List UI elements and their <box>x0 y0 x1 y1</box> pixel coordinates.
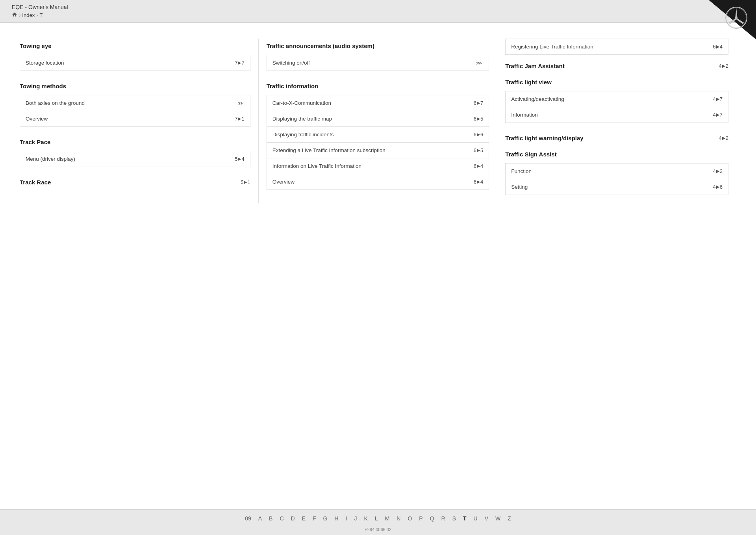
alpha-S[interactable]: S <box>452 515 456 522</box>
entry-traffic-incidents[interactable]: Displaying traffic incidents 6▶6 <box>267 127 489 143</box>
entry-overview-traffic-page: 6▶4 <box>474 179 483 185</box>
alpha-I[interactable]: I <box>346 515 347 522</box>
footer-code: F294 0066 02 <box>0 527 756 535</box>
entry-storage-location-page: 7▶7 <box>235 60 244 66</box>
section-traffic-announcements: Traffic announcements (audio system) <box>267 39 489 53</box>
entry-switching-onoff[interactable]: Switching on/off ⋙ <box>267 55 489 71</box>
section-towing-methods: Towing methods <box>20 79 250 93</box>
entry-extending-subscription[interactable]: Extending a Live Traffic Information sub… <box>267 143 489 158</box>
entry-traffic-map-page: 6▶5 <box>474 116 483 122</box>
alpha-V[interactable]: V <box>485 515 488 522</box>
alpha-H[interactable]: H <box>334 515 338 522</box>
breadcrumb-sep2: › <box>36 12 38 18</box>
entry-switching-onoff-text: Switching on/off <box>272 60 476 66</box>
manual-title: EQE - Owner's Manual <box>12 4 68 10</box>
entry-both-axles-text: Both axles on the ground <box>26 100 237 106</box>
entry-both-axles-page: ⋙ <box>237 101 245 106</box>
alpha-L[interactable]: L <box>375 515 378 522</box>
alpha-W[interactable]: W <box>495 515 500 522</box>
entry-registering-live-traffic-text: Registering Live Traffic Information <box>511 44 713 50</box>
alpha-G[interactable]: G <box>323 515 328 522</box>
column-1: Towing eye Storage location 7▶7 Towing m… <box>20 39 259 203</box>
entry-registering-live-traffic[interactable]: Registering Live Traffic Information 6▶4 <box>506 39 728 54</box>
alpha-F[interactable]: F <box>313 515 316 522</box>
breadcrumb-index[interactable]: Index <box>22 12 35 18</box>
section-traffic-jam-assistant[interactable]: Traffic Jam Assistant 4▶2 <box>505 59 728 73</box>
alpha-B[interactable]: B <box>269 515 272 522</box>
entry-menu-driver-text: Menu (driver display) <box>26 156 235 162</box>
entry-storage-location[interactable]: Storage location 7▶7 <box>20 55 250 71</box>
entry-information[interactable]: Information 4▶7 <box>506 107 728 123</box>
alpha-J[interactable]: J <box>354 515 357 522</box>
entry-extending-subscription-text: Extending a Live Traffic Information sub… <box>272 147 474 153</box>
entry-traffic-map-text: Displaying the traffic map <box>272 116 474 122</box>
entry-overview-traffic[interactable]: Overview 6▶4 <box>267 174 489 189</box>
section-traffic-sign-assist: Traffic Sign Assist <box>505 147 728 162</box>
alpha-O[interactable]: O <box>408 515 412 522</box>
entry-car-to-x-page: 6▶7 <box>474 100 483 106</box>
entry-traffic-map[interactable]: Displaying the traffic map 6▶5 <box>267 111 489 127</box>
alpha-K[interactable]: K <box>364 515 367 522</box>
breadcrumb-letter[interactable]: T <box>40 12 43 18</box>
traffic-jam-assistant-page: 4▶2 <box>719 63 728 69</box>
entry-information-text: Information <box>511 112 713 118</box>
traffic-jam-assistant-header: Traffic Jam Assistant <box>505 63 564 69</box>
svg-point-5 <box>735 17 737 19</box>
traffic-information-entries: Car-to-X-Communication 6▶7 Displaying th… <box>267 95 489 190</box>
alpha-M[interactable]: M <box>385 515 390 522</box>
track-pace-header: Track Pace <box>20 139 50 145</box>
entry-activating-deactivating[interactable]: Activating/deactivating 4▶7 <box>506 91 728 107</box>
main-content: Towing eye Storage location 7▶7 Towing m… <box>0 23 756 509</box>
entry-function[interactable]: Function 4▶2 <box>506 163 728 179</box>
towing-eye-header: Towing eye <box>20 43 52 49</box>
registering-live-traffic-group: Registering Live Traffic Information 6▶4 <box>505 39 728 55</box>
section-track-race[interactable]: Track Race 5▶1 <box>20 175 250 189</box>
entry-car-to-x[interactable]: Car-to-X-Communication 6▶7 <box>267 95 489 111</box>
mercedes-logo <box>724 6 748 30</box>
header-left: EQE - Owner's Manual › Index › T <box>12 4 68 19</box>
alpha-N[interactable]: N <box>397 515 400 522</box>
column-3: Registering Live Traffic Information 6▶4… <box>497 39 736 203</box>
track-race-header: Track Race <box>20 179 51 186</box>
svg-text:⋙: ⋙ <box>237 101 244 106</box>
entry-activating-text: Activating/deactivating <box>511 96 713 102</box>
entry-menu-driver-display[interactable]: Menu (driver display) 5▶4 <box>20 151 250 167</box>
track-race-page: 5▶1 <box>241 179 250 185</box>
alpha-U[interactable]: U <box>474 515 478 522</box>
entry-menu-driver-page: 5▶4 <box>235 156 244 162</box>
footer: 09 A B C D E F G H I J K L M N O P Q R S… <box>0 509 756 535</box>
traffic-sign-assist-header: Traffic Sign Assist <box>505 151 556 158</box>
alpha-09[interactable]: 09 <box>245 515 251 522</box>
header: EQE - Owner's Manual › Index › T <box>0 0 756 23</box>
svg-text:⋙: ⋙ <box>476 61 482 65</box>
entry-setting-page: 4▶6 <box>713 184 723 190</box>
alpha-A[interactable]: A <box>258 515 262 522</box>
alpha-R[interactable]: R <box>441 515 445 522</box>
breadcrumb-home[interactable] <box>12 12 17 19</box>
section-traffic-light-view: Traffic light view <box>505 75 728 89</box>
section-traffic-information: Traffic information <box>267 79 489 93</box>
entry-overview-towing-text: Overview <box>26 116 235 122</box>
alpha-E[interactable]: E <box>302 515 306 522</box>
alpha-P[interactable]: P <box>419 515 422 522</box>
entry-info-live-traffic-text: Information on Live Traffic Informa­tion <box>272 163 474 169</box>
traffic-light-view-header: Traffic light view <box>505 79 552 85</box>
alpha-D[interactable]: D <box>291 515 295 522</box>
entry-overview-towing[interactable]: Overview 7▶1 <box>20 111 250 126</box>
entry-setting[interactable]: Setting 4▶6 <box>506 179 728 195</box>
alpha-C[interactable]: C <box>280 515 284 522</box>
section-towing-eye: Towing eye <box>20 39 250 53</box>
alpha-Q[interactable]: Q <box>430 515 434 522</box>
entry-traffic-incidents-text: Displaying traffic incidents <box>272 132 474 137</box>
track-pace-entries: Menu (driver display) 5▶4 <box>20 151 250 167</box>
entry-info-live-traffic[interactable]: Information on Live Traffic Informa­tion… <box>267 158 489 174</box>
traffic-announcements-entries: Switching on/off ⋙ <box>267 55 489 71</box>
breadcrumb: › Index › T <box>12 12 68 19</box>
entry-function-text: Function <box>511 168 713 174</box>
alpha-T[interactable]: T <box>463 515 467 522</box>
alpha-Z[interactable]: Z <box>508 515 511 522</box>
column-2: Traffic announcements (audio system) Swi… <box>259 39 498 203</box>
section-traffic-light-warning[interactable]: Traffic light warning/display 4▶2 <box>505 131 728 145</box>
entry-both-axles[interactable]: Both axles on the ground ⋙ <box>20 95 250 111</box>
traffic-sign-assist-entries: Function 4▶2 Setting 4▶6 <box>505 163 728 195</box>
